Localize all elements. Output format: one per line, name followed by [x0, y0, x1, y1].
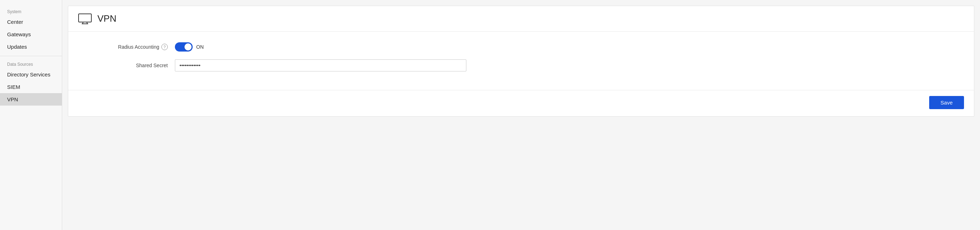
- content-panel: VPN Radius Accounting ? ON: [68, 6, 974, 117]
- sidebar-item-updates[interactable]: Updates: [0, 41, 62, 53]
- radius-accounting-row: Radius Accounting ? ON: [83, 42, 960, 52]
- toggle-on-label: ON: [196, 44, 204, 50]
- monitor-icon: [78, 14, 92, 24]
- sidebar-system-label: System: [0, 6, 62, 16]
- toggle-thumb: [185, 43, 192, 51]
- shared-secret-label: Shared Secret: [83, 63, 175, 68]
- radius-accounting-control: ON: [175, 42, 466, 52]
- sidebar-item-siem[interactable]: SIEM: [0, 81, 62, 93]
- form-section: Radius Accounting ? ON: [68, 32, 974, 90]
- sidebar-item-gateways[interactable]: Gateways: [0, 28, 62, 41]
- radius-accounting-help-icon[interactable]: ?: [161, 44, 168, 50]
- radius-accounting-label: Radius Accounting ?: [83, 44, 175, 50]
- sidebar: System Center Gateways Updates Data Sour…: [0, 0, 62, 230]
- sidebar-item-directory-services[interactable]: Directory Services: [0, 68, 62, 81]
- radius-accounting-toggle[interactable]: [175, 42, 192, 52]
- sidebar-item-center[interactable]: Center: [0, 16, 62, 28]
- shared-secret-input[interactable]: [175, 59, 466, 71]
- svg-rect-0: [78, 14, 91, 22]
- radius-accounting-toggle-wrapper: ON: [175, 42, 466, 52]
- page-header: VPN: [68, 6, 974, 32]
- form-footer: Save: [68, 90, 974, 116]
- sidebar-divider: [0, 56, 62, 56]
- shared-secret-control: [175, 59, 466, 71]
- page-title: VPN: [97, 13, 116, 24]
- sidebar-item-vpn[interactable]: VPN: [0, 93, 62, 106]
- shared-secret-row: Shared Secret: [83, 59, 960, 71]
- main-content: VPN Radius Accounting ? ON: [62, 0, 980, 230]
- save-button[interactable]: Save: [929, 96, 964, 109]
- sidebar-data-sources-label: Data Sources: [0, 59, 62, 68]
